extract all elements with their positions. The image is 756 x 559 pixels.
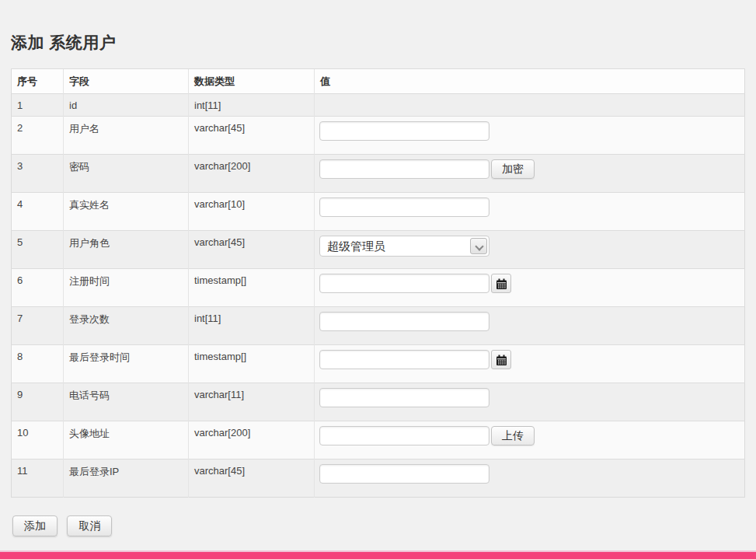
row-number: 11: [12, 459, 64, 498]
field-type: varchar[45]: [189, 117, 315, 155]
last-login-time-calendar-button[interactable]: [491, 350, 511, 369]
field-name: 用户角色: [64, 231, 189, 269]
field-type: timestamp[]: [189, 269, 315, 307]
row-number: 2: [12, 117, 64, 155]
table-row: 5 用户角色 varchar[45] 超级管理员: [12, 231, 745, 269]
field-name: 最后登录IP: [64, 459, 189, 498]
row-number: 10: [12, 421, 64, 459]
field-name: 真实姓名: [64, 193, 189, 231]
field-type: varchar[11]: [189, 383, 315, 421]
login-count-input[interactable]: [319, 312, 489, 331]
field-name: id: [64, 94, 189, 117]
field-name: 最后登录时间: [64, 345, 189, 383]
row-number: 1: [12, 94, 64, 117]
form-actions: 添加 取消: [11, 515, 745, 536]
field-type: varchar[45]: [189, 459, 315, 498]
user-role-select[interactable]: 超级管理员: [319, 236, 489, 257]
header-num: 序号: [12, 69, 64, 94]
table-header-row: 序号 字段 数据类型 值: [12, 69, 745, 94]
table-row: 1 id int[11]: [12, 94, 745, 117]
header-value: 值: [315, 69, 745, 94]
field-name: 头像地址: [64, 421, 189, 459]
table-row: 9 电话号码 varchar[11]: [12, 383, 745, 421]
calendar-icon: [496, 355, 507, 366]
last-login-time-input[interactable]: [319, 350, 489, 369]
last-ip-input[interactable]: [319, 464, 489, 484]
table-row: 8 最后登录时间 timestamp[]: [12, 345, 745, 383]
register-time-input[interactable]: [319, 274, 489, 293]
field-name: 登录次数: [64, 307, 189, 345]
row-number: 4: [12, 193, 64, 231]
header-field: 字段: [64, 69, 189, 94]
realname-input[interactable]: [319, 197, 489, 217]
footer-accent-bar: [0, 550, 756, 559]
upload-button[interactable]: 上传: [491, 426, 535, 445]
table-row: 4 真实姓名 varchar[10]: [12, 193, 745, 231]
field-name: 电话号码: [64, 383, 189, 421]
field-type: varchar[10]: [189, 193, 315, 231]
table-row: 7 登录次数 int[11]: [12, 307, 745, 345]
header-type: 数据类型: [189, 69, 315, 94]
row-number: 3: [12, 155, 64, 193]
encrypt-button[interactable]: 加密: [491, 159, 535, 179]
chevron-down-icon: [475, 242, 483, 250]
row-number: 6: [12, 269, 64, 307]
calendar-icon: [496, 278, 507, 290]
table-row: 10 头像地址 varchar[200] 上传: [12, 421, 745, 459]
table-row: 3 密码 varchar[200] 加密: [12, 155, 745, 193]
username-input[interactable]: [319, 121, 489, 141]
avatar-url-input[interactable]: [319, 426, 489, 445]
table-row: 6 注册时间 timestamp[]: [12, 269, 745, 307]
select-arrow-button[interactable]: [470, 238, 487, 254]
add-user-form-table: 序号 字段 数据类型 值 1 id int[11] 2 用户名 varchar[…: [11, 68, 745, 498]
field-type: varchar[200]: [189, 421, 315, 459]
field-name: 注册时间: [64, 269, 189, 307]
register-time-calendar-button[interactable]: [491, 274, 511, 293]
field-name: 密码: [64, 155, 189, 193]
field-type: int[11]: [189, 307, 315, 345]
field-type: timestamp[]: [189, 345, 315, 383]
main-content: 添加 系统用户 序号 字段 数据类型 值 1 id int[11] 2 用户名 …: [0, 34, 756, 536]
row-number: 9: [12, 383, 64, 421]
row-number: 5: [12, 231, 64, 269]
row-number: 8: [12, 345, 64, 383]
phone-input[interactable]: [319, 388, 489, 407]
field-type: varchar[45]: [189, 231, 315, 269]
value-cell: [315, 94, 745, 117]
field-name: 用户名: [64, 117, 189, 155]
selected-role-label: 超级管理员: [320, 236, 489, 256]
row-number: 7: [12, 307, 64, 345]
cancel-button[interactable]: 取消: [67, 515, 112, 536]
page-title: 添加 系统用户: [11, 34, 745, 51]
password-input[interactable]: [319, 159, 489, 179]
table-row: 2 用户名 varchar[45]: [12, 117, 745, 155]
field-type: int[11]: [189, 94, 315, 117]
add-button[interactable]: 添加: [12, 515, 57, 536]
table-row: 11 最后登录IP varchar[45]: [12, 459, 745, 498]
field-type: varchar[200]: [189, 155, 315, 193]
